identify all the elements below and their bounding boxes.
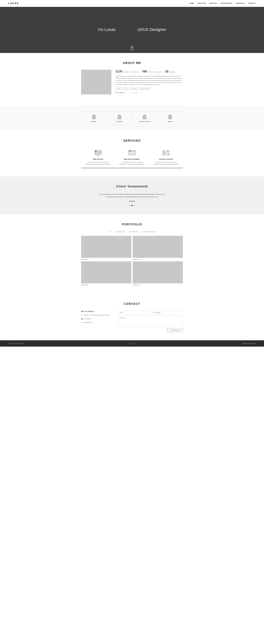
email-input[interactable] — [151, 310, 183, 314]
service-web-design: WEB DESIGN Lorem ipsum dolor sit amet, c… — [81, 148, 115, 168]
svg-point-26 — [167, 151, 168, 152]
contact-title: CONTACT — [6, 302, 258, 306]
services-section: SERVICES WEB DESIGN Lorem i — [0, 130, 264, 176]
sep-1: / — [113, 231, 114, 232]
name-input[interactable] — [118, 310, 150, 314]
portfolio-name-1: Project Name — [81, 258, 131, 260]
about-inner: 1170 Project Completed 700 Happy Custome… — [81, 70, 183, 94]
stat-awards-label: Awards — [169, 71, 176, 73]
send-button[interactable]: Send Message — [167, 329, 183, 332]
skill-photoshop: PHOTOSHOP — [140, 88, 151, 90]
web-design-icon — [85, 150, 111, 157]
footer-linkedin-icon[interactable]: in — [133, 342, 134, 344]
award-item-4: AWARD — [158, 111, 183, 125]
awards-row: AWARD 1 NOMINEE SPECIAL KUDOS — [81, 111, 183, 125]
portfolio-item-1[interactable]: Project Name — [81, 236, 131, 260]
contact-address: 📍 Address: 777 Madison Avenue New York 1… — [81, 314, 112, 316]
dot-1[interactable] — [129, 205, 130, 206]
nav-portfolio[interactable]: PORTFOLIO — [236, 2, 245, 4]
contact-inner: GET IN TOUCH 📍 Address: 777 Madison Aven… — [81, 310, 183, 332]
testimonial-prev-button[interactable]: ‹ — [88, 194, 89, 197]
award-4-name: AWARD — [168, 121, 172, 122]
portfolio-title: PORTFOLIO — [6, 222, 258, 226]
svg-point-7 — [169, 116, 171, 117]
filter-app-design[interactable]: APP DESIGN — [130, 231, 138, 232]
award-1-name: AWARD 1 — [91, 121, 97, 122]
testimonial-title: Client Testemonial — [6, 185, 258, 188]
footer-twitter-icon[interactable]: t — [131, 342, 132, 344]
svg-rect-12 — [96, 152, 98, 154]
portfolio-item-4[interactable]: Project Name — [133, 261, 183, 286]
nav-services[interactable]: SERVICES — [209, 2, 217, 4]
contact-get-in-touch: GET IN TOUCH — [81, 310, 112, 312]
service-1-text: Lorem ipsum dolor sit amet, consectetuer… — [85, 162, 111, 165]
dot-2[interactable] — [131, 205, 133, 206]
service-2-name: WEB DEVELOPMENT — [119, 158, 145, 160]
svg-point-5 — [144, 116, 146, 117]
navbar: LUCAS HOME ABOUT ME SERVICES TESTIMONIAL… — [0, 0, 264, 7]
footer-instagram-icon[interactable]: ○ — [136, 342, 136, 344]
filter-web-design[interactable]: WEB DESIGN — [116, 231, 125, 232]
svg-point-21 — [129, 151, 130, 151]
portfolio-name-4: Project Name — [133, 284, 183, 286]
skill-css: CSS — [123, 88, 129, 90]
contact-section: CONTACT GET IN TOUCH 📍 Address: 777 Madi… — [0, 294, 264, 340]
nav-contact[interactable]: CONTACT — [248, 2, 256, 4]
portfolio-grid: Project Name Project Name Project Name P… — [81, 236, 183, 286]
service-web-dev: WEB DEVELOPMENT Lorem ipsum dolor sit am… — [115, 148, 149, 168]
dot-3[interactable] — [134, 205, 135, 206]
testimonial-next-button[interactable]: › — [175, 194, 176, 197]
graphic-design-icon — [153, 150, 179, 157]
award-item-1: AWARD 1 — [81, 111, 107, 125]
footer: © Lucas All Right Reserved f t in ○ Desi… — [0, 340, 264, 346]
svg-point-4 — [143, 115, 146, 118]
skill-html: HTML — [116, 88, 122, 90]
follow-row: FOLLOW ME f t in g+ — [116, 92, 183, 94]
portfolio-name-3: Project Name — [81, 284, 131, 286]
portfolio-item-3[interactable]: Project Name — [81, 261, 131, 286]
scroll-indicator[interactable] — [130, 46, 134, 50]
portfolio-item-2[interactable]: Project Name — [133, 236, 183, 260]
social-google-icon[interactable]: g+ — [136, 92, 138, 94]
about-title: ABOUT ME — [6, 61, 258, 65]
hero-title: UI/UX Designer — [138, 27, 166, 32]
award-3-icon — [142, 114, 148, 120]
nav-about[interactable]: ABOUT ME — [197, 2, 206, 4]
testimonial-section: Client Testemonial ‹ Lorem ipsum dolor s… — [0, 176, 264, 214]
stat-customers: 700 Happy Customers — [142, 70, 162, 73]
message-textarea[interactable] — [118, 316, 183, 327]
svg-point-1 — [93, 116, 95, 117]
social-twitter-icon[interactable]: t — [129, 92, 131, 94]
social-linkedin-icon[interactable]: in — [132, 92, 134, 94]
award-2-icon — [116, 114, 122, 120]
filter-all[interactable]: ALL — [109, 231, 112, 232]
social-facebook-icon[interactable]: f — [126, 92, 128, 94]
portfolio-img-4 — [133, 261, 183, 283]
service-2-text: Lorem ipsum dolor sit amet, consectetuer… — [119, 162, 145, 165]
award-2-name: NOMINEE — [116, 121, 122, 122]
contact-address-text: Address: 777 Madison Avenue New York 100… — [84, 314, 110, 316]
nav-links: HOME ABOUT ME SERVICES TESTIMONIALS PORT… — [189, 2, 256, 4]
svg-point-0 — [92, 115, 95, 118]
skills-row: HTML CSS JQUERY PHOTOSHOP — [116, 88, 183, 90]
award-item-3: SPECIAL KUDOS — [132, 111, 158, 125]
filter-graphic[interactable]: GRAPHIC DESIGN — [142, 231, 155, 232]
nav-logo[interactable]: LUCAS — [8, 2, 19, 5]
nav-testimonials[interactable]: TESTIMONIALS — [220, 2, 232, 4]
svg-point-3 — [118, 116, 120, 117]
services-row: WEB DESIGN Lorem ipsum dolor sit amet, c… — [81, 148, 183, 168]
hero-greeting: I'm Lucas — [98, 27, 115, 32]
contact-left: GET IN TOUCH 📍 Address: 777 Madison Aven… — [81, 310, 112, 332]
service-3-text: Lorem ipsum dolor sit amet, consectetuer… — [153, 162, 179, 165]
footer-socials: f t in ○ — [129, 342, 136, 344]
award-item-2: NOMINEE — [107, 111, 132, 125]
form-submit-row: Send Message — [118, 329, 183, 332]
award-4-icon — [167, 114, 173, 120]
nav-home[interactable]: HOME — [189, 2, 194, 4]
stat-awards-num: 15 — [165, 70, 168, 73]
footer-facebook-icon[interactable]: f — [129, 342, 130, 344]
services-title: SERVICES — [6, 139, 258, 142]
scroll-icon — [130, 46, 134, 50]
svg-point-11 — [96, 151, 96, 151]
web-dev-icon — [119, 150, 145, 157]
